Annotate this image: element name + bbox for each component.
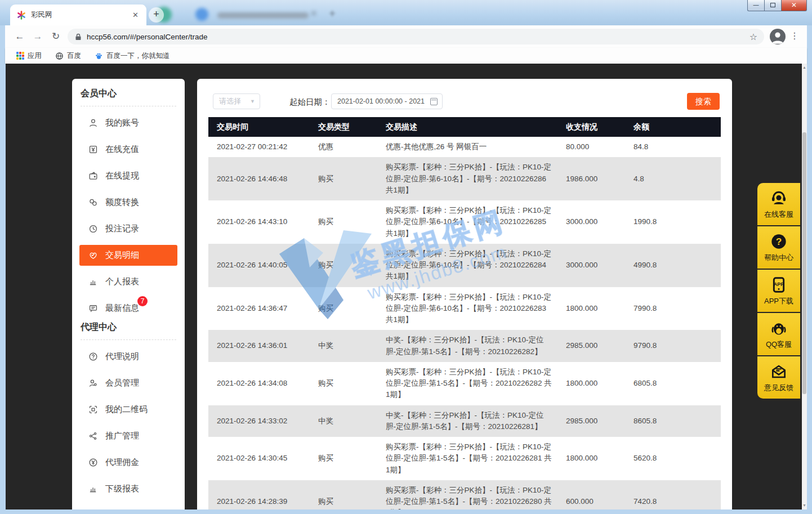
- cell-description: 购买彩票-【彩种：三分PK拾】-【玩法：PK10-定位胆-定位胆-第1-5名】-…: [377, 362, 557, 405]
- float-button-意见反馈[interactable]: 意见反馈: [757, 356, 800, 399]
- scroll-up-icon[interactable]: ▲: [802, 64, 807, 71]
- address-bar[interactable]: hccp56.com/#/personalCenter/trade ☆: [68, 29, 764, 44]
- float-button-QQ客服[interactable]: QQ客服: [757, 313, 800, 355]
- column-header: 交易描述: [377, 117, 557, 137]
- sidebar-item-下级报表[interactable]: 下级报表: [79, 476, 177, 502]
- date-range-label: 起始日期：: [289, 97, 331, 108]
- sidebar-item-个人报表[interactable]: 个人报表: [79, 269, 177, 295]
- share-icon: [88, 431, 99, 441]
- blurred-tab-title: [217, 12, 309, 19]
- cell-balance: 7420.8: [625, 480, 721, 509]
- maximize-button[interactable]: [764, 0, 781, 11]
- cell-time: 2021-02-26 14:36:47: [208, 287, 310, 330]
- bookmark-item[interactable]: 百度一下，你就知道: [95, 51, 170, 61]
- bookmark-item[interactable]: 百度: [55, 51, 81, 61]
- browser-menu-icon[interactable]: ⋮: [790, 30, 799, 41]
- float-button-在线客服[interactable]: 在线客服: [757, 183, 800, 225]
- sidebar-item-交易明细[interactable]: 交易明细: [79, 245, 177, 266]
- cell-amount: 1800.000: [557, 437, 625, 480]
- trade-type-select[interactable]: 请选择 ▼: [213, 93, 260, 109]
- back-icon[interactable]: ←: [12, 29, 27, 44]
- table-row: 2021-02-26 14:36:47购买购买彩票-【彩种：三分PK拾】-【玩法…: [208, 287, 721, 330]
- history-icon: [88, 224, 99, 234]
- cell-balance: 4990.8: [625, 244, 721, 287]
- sidebar-item-投注记录[interactable]: 投注记录: [79, 216, 177, 242]
- sidebar-item-label: 额度转换: [105, 197, 139, 208]
- cell-description: 优惠-其他优惠,26 号 网银百一: [377, 137, 557, 157]
- cell-type: 购买: [310, 157, 377, 200]
- sidebar-item-我的二维码[interactable]: 我的二维码: [79, 396, 177, 423]
- date-range-input[interactable]: 2021-02-01 00:00:00 - 2021: [331, 93, 443, 109]
- sidebar-item-在线提现[interactable]: 在线提现: [79, 163, 177, 189]
- browser-toolbar: ← → ↻ hccp56.com/#/personalCenter/trade …: [5, 25, 807, 48]
- table-row: 2021-02-26 14:40:05购买购买彩票-【彩种：三分PK拾】-【玩法…: [208, 244, 721, 287]
- cell-type: 购买: [310, 200, 377, 244]
- sidebar-item-label: 下级报表: [105, 484, 139, 494]
- user-icon: [88, 118, 99, 128]
- sidebar-item-label: 最新信息: [105, 303, 139, 314]
- sidebar-section-title: 代理中心: [81, 321, 185, 333]
- sidebar-item-最新信息[interactable]: 最新信息7: [79, 295, 177, 321]
- recharge-icon: [88, 144, 99, 155]
- sidebar-item-会员管理[interactable]: 会员管理: [79, 370, 177, 396]
- minimize-button[interactable]: —: [747, 0, 764, 11]
- cell-description: 购买彩票-【彩种：三分PK拾】-【玩法：PK10-定位胆-定位胆-第6-10名】…: [377, 244, 557, 287]
- scroll-down-icon[interactable]: ▼: [802, 502, 807, 509]
- bookmark-item[interactable]: 应用: [16, 51, 42, 61]
- cell-description: 购买彩票-【彩种：三分PK拾】-【玩法：PK10-定位胆-定位胆-第1-5名】-…: [377, 480, 557, 509]
- apps-grid-icon: [16, 52, 24, 60]
- sidebar-item-在线充值[interactable]: 在线充值: [79, 136, 177, 163]
- cell-amount: 1800.000: [557, 362, 625, 405]
- cell-type: 优惠: [310, 137, 377, 157]
- sidebar-item-label: 在线提现: [105, 171, 139, 181]
- page-scrollbar[interactable]: ▲ ▼: [802, 64, 807, 509]
- message-icon: [88, 303, 99, 314]
- column-header: 交易时间: [208, 117, 310, 137]
- qq-icon: [770, 319, 788, 337]
- browser-tab-active[interactable]: 彩民网 ✕: [10, 5, 146, 25]
- sidebar-item-代理佣金[interactable]: 代理佣金: [79, 449, 177, 476]
- scrollbar-thumb[interactable]: [802, 132, 806, 394]
- paw-icon: [95, 52, 103, 60]
- cell-balance: 84.8: [625, 137, 721, 157]
- cell-description: 中奖-【彩种：三分PK拾】-【玩法：PK10-定位胆-定位胆-第1-5名】-【期…: [377, 405, 557, 437]
- sidebar-item-代理说明[interactable]: 代理说明: [79, 343, 177, 370]
- cell-type: 购买: [310, 362, 377, 405]
- table-row: 2021-02-27 00:21:42优惠优惠-其他优惠,26 号 网银百一80…: [208, 137, 721, 157]
- search-button[interactable]: 搜索: [687, 93, 720, 110]
- cell-description: 中奖-【彩种：三分PK拾】-【玩法：PK10-定位胆-定位胆-第1-5名】-【期…: [377, 330, 557, 362]
- float-button-帮助中心[interactable]: ?帮助中心: [757, 226, 800, 269]
- bookmark-label: 百度一下，你就知道: [106, 51, 170, 61]
- sidebar-item-额度转换[interactable]: 额度转换: [79, 189, 177, 216]
- trade-icon: [88, 250, 99, 261]
- question-icon: [88, 351, 99, 362]
- filter-row: 请选择 ▼ 起始日期： 2021-02-01 00:00:00 - 2021 搜…: [197, 79, 732, 116]
- table-row: 2021-02-26 14:36:01中奖中奖-【彩种：三分PK拾】-【玩法：P…: [208, 330, 721, 362]
- withdraw-icon: [88, 171, 99, 181]
- cell-type: 购买: [310, 287, 377, 330]
- svg-text:APP: APP: [774, 281, 784, 287]
- sidebar-item-推广管理[interactable]: 推广管理: [79, 423, 177, 449]
- bookmarks-bar: 应用百度百度一下，你就知道: [5, 48, 807, 64]
- forward-icon[interactable]: →: [30, 29, 45, 44]
- sidebar: 会员中心我的账号在线充值在线提现额度转换投注记录交易明细个人报表最新信息7代理中…: [72, 79, 185, 509]
- sidebar-item-label: 我的账号: [105, 118, 139, 128]
- close-button[interactable]: ✕: [781, 0, 807, 11]
- cell-amount: 80.000: [557, 137, 625, 157]
- site-favicon: [17, 11, 26, 20]
- tab-close-icon[interactable]: ✕: [130, 10, 141, 20]
- new-tab-button[interactable]: +: [149, 7, 164, 23]
- float-button-APP下载[interactable]: APPAPP下载: [757, 270, 800, 312]
- floating-service-menu: 在线客服?帮助中心APPAPP下载QQ客服意见反馈: [757, 183, 800, 399]
- cell-time: 2021-02-26 14:33:02: [208, 405, 310, 437]
- refresh-icon[interactable]: ↻: [48, 29, 63, 44]
- table-row: 2021-02-26 14:43:10购买购买彩票-【彩种：三分PK拾】-【玩法…: [208, 200, 721, 244]
- float-button-label: 意见反馈: [764, 383, 793, 393]
- transfer-icon: [88, 197, 99, 208]
- report-icon: [88, 276, 99, 287]
- sidebar-item-我的账号[interactable]: 我的账号: [79, 110, 177, 136]
- cell-balance: 5620.8: [625, 437, 721, 480]
- bookmark-star-icon[interactable]: ☆: [749, 32, 757, 42]
- cell-type: 购买: [310, 437, 377, 480]
- profile-avatar[interactable]: [770, 29, 786, 44]
